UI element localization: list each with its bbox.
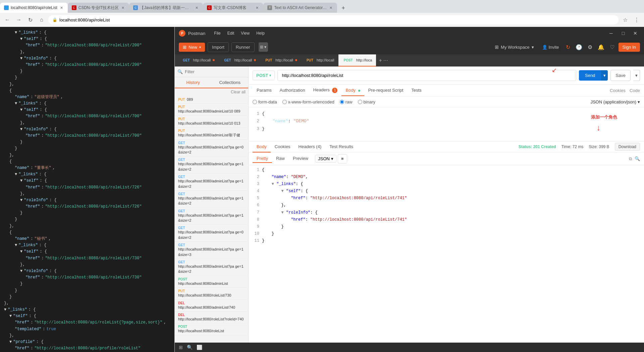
format-selector[interactable]: JSON (application/json) ▾: [590, 99, 640, 104]
menu-file[interactable]: File: [211, 30, 224, 37]
history-item-16[interactable]: DEL http://localhost:8080/roleList?roleI…: [175, 312, 248, 323]
history-item-10[interactable]: GET http://localhost:8080/adminList?pa g…: [175, 225, 248, 242]
statusbar-layout-icon[interactable]: ⊞: [179, 345, 183, 350]
bookmark-button[interactable]: ☆: [621, 15, 630, 25]
statusbar-console-icon[interactable]: ⬜: [197, 345, 202, 350]
response-body-tab[interactable]: Body: [253, 141, 271, 152]
pre-request-tab[interactable]: Pre-request Script: [364, 85, 408, 96]
settings-icon[interactable]: ⚙: [586, 43, 594, 52]
more-tabs-button[interactable]: ⋯: [383, 58, 388, 63]
new-button[interactable]: ⊞ New ▾: [179, 43, 205, 52]
import-button[interactable]: Import: [208, 42, 229, 52]
format-pretty[interactable]: Pretty: [253, 155, 272, 163]
urlencoded-radio[interactable]: x-www-form-urlencoded: [282, 99, 334, 104]
download-button[interactable]: Download: [615, 143, 640, 151]
clear-all-button[interactable]: Clear all: [231, 90, 246, 94]
history-item-2[interactable]: PUT http://localhost:8080/adminList/10 0…: [175, 104, 248, 116]
add-tab-button[interactable]: +: [379, 57, 382, 63]
tab-collections[interactable]: Collections: [212, 77, 249, 88]
tab-close-2[interactable]: ✕: [121, 5, 125, 11]
browser-tab-active[interactable]: 🌐 localhost:8080/api/roleList ✕: [0, 3, 68, 13]
body-tab[interactable]: Body: [341, 85, 364, 96]
browser-tab-2[interactable]: C CSDN-专业IT技术社区 ✕: [68, 3, 129, 13]
send-dropdown-button[interactable]: ▾: [601, 70, 608, 81]
history-item-17[interactable]: POST http://localhost:8080/roleList: [175, 323, 248, 335]
code-link[interactable]: Code: [630, 88, 640, 93]
response-cookies-tab[interactable]: Cookies: [271, 141, 294, 152]
method-selector[interactable]: POST ▾: [253, 71, 275, 80]
response-headers-tab[interactable]: Headers (4): [294, 141, 326, 152]
address-bar[interactable]: 🔒 localhost:8080/api/roleList: [48, 15, 619, 25]
notification-icon[interactable]: 🔔: [596, 43, 606, 52]
history-item-4[interactable]: PUT http://localhost:8080/adminList/靳子健: [175, 128, 248, 139]
request-tab-4[interactable]: PUT http://locall: [301, 54, 338, 67]
history-item-11[interactable]: GET http://localhost:8080/adminList?pa g…: [175, 242, 248, 259]
request-tab-5-active[interactable]: POST http://loca: [338, 54, 376, 67]
menu-help[interactable]: Help: [253, 30, 268, 37]
history-item-5[interactable]: GET http://localhost:8080/adminList?pa g…: [175, 140, 248, 157]
request-tab-3[interactable]: PUT http://locall: [260, 54, 301, 67]
invite-button[interactable]: 👤 Invite: [539, 43, 562, 51]
minimize-button[interactable]: ─: [606, 29, 616, 38]
raw-radio[interactable]: raw: [340, 99, 353, 104]
sync-icon[interactable]: ↻: [565, 43, 572, 52]
address-input[interactable]: localhost:8080/api/roleList: [59, 17, 614, 23]
tab-close-4[interactable]: ✕: [255, 5, 259, 11]
history-item-14[interactable]: PUT http://localhost:8080/roleList/730: [175, 288, 248, 300]
send-button[interactable]: Send: [579, 70, 601, 81]
history-item-9[interactable]: GET http://localhost:8080/adminList?pa g…: [175, 208, 248, 225]
cookies-link[interactable]: Cookies: [610, 88, 626, 93]
runner-button[interactable]: Runner: [231, 42, 255, 52]
search-response-icon[interactable]: 🔍: [635, 156, 640, 162]
save-dropdown-button[interactable]: ▾: [633, 70, 640, 81]
history-item-12[interactable]: GET http://localhost:8080/adminList?pa g…: [175, 259, 248, 276]
forward-button[interactable]: →: [14, 15, 23, 25]
history-item-8[interactable]: GET http://localhost:8080/adminList?pa g…: [175, 191, 248, 208]
home-button[interactable]: ⌂: [37, 15, 46, 25]
url-input[interactable]: [277, 70, 576, 81]
wrap-lines-button[interactable]: ≡: [338, 154, 347, 164]
authorization-tab[interactable]: Authorization: [276, 85, 309, 96]
tab-close-3[interactable]: ✕: [195, 5, 199, 11]
browser-tab-4[interactable]: C 写文章-CSDN博客 ✕: [203, 3, 263, 13]
history-item-3[interactable]: PUT http://localhost:8080/adminList/10 0…: [175, 116, 248, 128]
format-raw[interactable]: Raw: [272, 155, 289, 163]
menu-edit[interactable]: Edit: [224, 30, 238, 37]
code-editor[interactable]: 1 { 2 "name": "DEMO" 3 }: [249, 107, 644, 141]
history-item-6[interactable]: GET http://localhost:8080/adminList?pa g…: [175, 157, 248, 174]
reload-button[interactable]: ↻: [25, 15, 35, 25]
back-button[interactable]: ←: [3, 15, 12, 25]
menu-button[interactable]: ⋮: [632, 15, 641, 25]
filter-input[interactable]: [185, 69, 246, 74]
tab-close-5[interactable]: ✕: [329, 5, 333, 11]
history-icon[interactable]: 🕐: [574, 43, 584, 52]
history-item-13[interactable]: POST http://localhost:8080/adminList: [175, 276, 248, 288]
response-format-select[interactable]: JSON ▾: [315, 155, 336, 163]
statusbar-search-icon[interactable]: 🔍: [187, 345, 193, 350]
form-data-radio[interactable]: form-data: [253, 99, 277, 104]
tab-history[interactable]: History: [175, 77, 212, 88]
save-button[interactable]: Save: [610, 70, 631, 81]
heart-icon[interactable]: ♡: [608, 43, 616, 52]
history-item-1[interactable]: PUT 089: [175, 96, 248, 104]
new-tab-button[interactable]: +: [338, 3, 348, 13]
browser-tab-3[interactable]: C 【Java祁的博客】萌新一枚，积... ✕: [129, 3, 203, 13]
tests-tab[interactable]: Tests: [407, 85, 425, 96]
signin-button[interactable]: Sign In: [619, 43, 640, 52]
menu-view[interactable]: View: [237, 30, 253, 37]
workspace-selector[interactable]: ⊞ My Workspace ▾: [492, 43, 537, 51]
format-preview[interactable]: Preview: [289, 155, 312, 163]
extra-button[interactable]: ⊞ ▾: [260, 45, 266, 49]
request-tab-2[interactable]: GET http://locall: [219, 54, 260, 67]
history-item-7[interactable]: GET http://localhost:8080/adminList?pa g…: [175, 174, 248, 191]
params-tab[interactable]: Params: [253, 85, 276, 96]
response-test-results-tab[interactable]: Test Results: [325, 141, 357, 152]
binary-radio[interactable]: binary: [358, 99, 375, 104]
request-tab-1[interactable]: GET http://locall: [177, 54, 219, 67]
tab-close-1[interactable]: ✕: [59, 5, 64, 11]
headers-tab[interactable]: Headers 1: [309, 85, 342, 96]
history-item-15[interactable]: DEL http://localhost:8080/adminList/740: [175, 300, 248, 312]
copy-icon[interactable]: ⧉: [629, 156, 632, 162]
browser-tab-5[interactable]: T Text to ASCII Art Generator (T... ✕: [263, 3, 337, 13]
maximize-button[interactable]: □: [619, 29, 628, 38]
